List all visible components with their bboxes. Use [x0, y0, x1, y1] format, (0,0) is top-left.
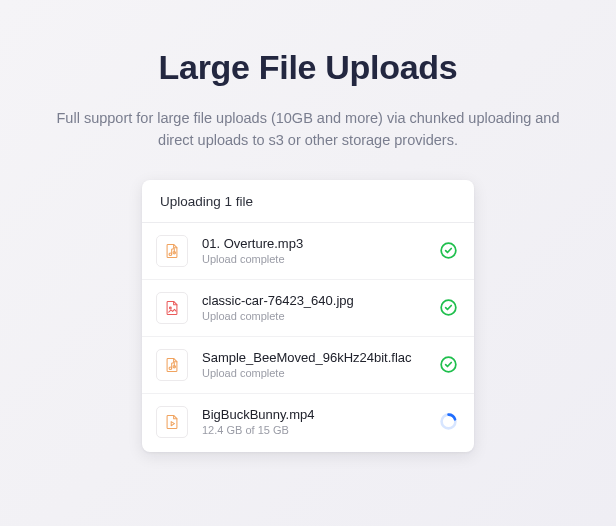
check-circle-icon [438, 355, 458, 375]
audio-file-icon [156, 235, 188, 267]
upload-status-text: Upload complete [202, 367, 424, 379]
upload-status-text: 12.4 GB of 15 GB [202, 424, 424, 436]
upload-row: BigBuckBunny.mp412.4 GB of 15 GB [142, 394, 474, 452]
upload-panel: Uploading 1 file 01. Overture.mp3Upload … [142, 180, 474, 452]
upload-row: 01. Overture.mp3Upload complete [142, 223, 474, 280]
upload-row: classic-car-76423_640.jpgUpload complete [142, 280, 474, 337]
filename: classic-car-76423_640.jpg [202, 293, 424, 308]
spinner-icon [438, 412, 458, 432]
check-circle-icon [438, 298, 458, 318]
upload-status-text: Upload complete [202, 253, 424, 265]
filename: Sample_BeeMoved_96kHz24bit.flac [202, 350, 424, 365]
upload-row-text: BigBuckBunny.mp412.4 GB of 15 GB [202, 407, 424, 436]
panel-title: Uploading 1 file [142, 180, 474, 223]
page-title: Large File Uploads [159, 48, 458, 87]
filename: BigBuckBunny.mp4 [202, 407, 424, 422]
image-file-icon [156, 292, 188, 324]
audio-file-icon [156, 349, 188, 381]
upload-row: Sample_BeeMoved_96kHz24bit.flacUpload co… [142, 337, 474, 394]
upload-status-text: Upload complete [202, 310, 424, 322]
upload-row-text: Sample_BeeMoved_96kHz24bit.flacUpload co… [202, 350, 424, 379]
check-circle-icon [438, 241, 458, 261]
filename: 01. Overture.mp3 [202, 236, 424, 251]
upload-row-text: classic-car-76423_640.jpgUpload complete [202, 293, 424, 322]
page-subtitle: Full support for large file uploads (10G… [53, 107, 563, 152]
video-file-icon [156, 406, 188, 438]
upload-row-text: 01. Overture.mp3Upload complete [202, 236, 424, 265]
svg-point-3 [169, 307, 171, 309]
